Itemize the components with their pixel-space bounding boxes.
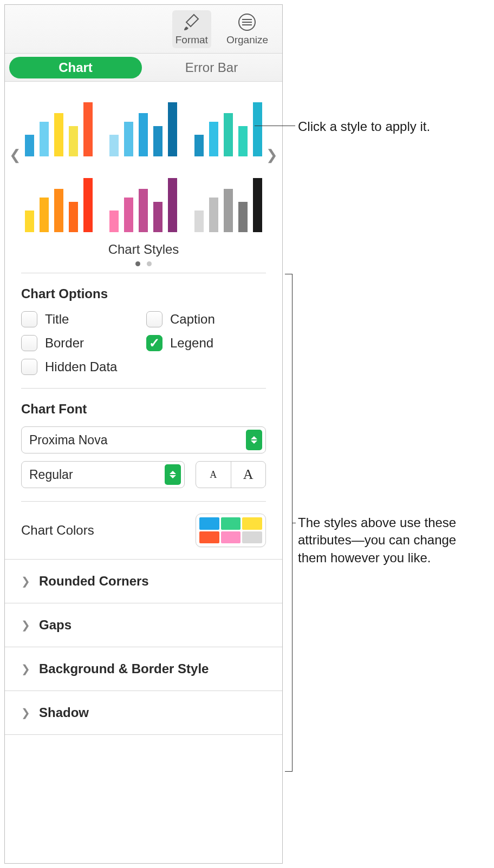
brush-icon: [182, 12, 202, 32]
chart-bar: [238, 126, 248, 156]
select-stepper-icon: [246, 430, 262, 450]
styles-next-arrow[interactable]: ❯: [266, 147, 278, 163]
styles-prev-arrow[interactable]: ❮: [9, 147, 21, 163]
chart-options-heading: Chart Options: [21, 286, 266, 301]
chart-bar: [253, 178, 262, 232]
chevron-right-icon: ❯: [21, 706, 30, 719]
chart-styles-grid: [24, 91, 263, 232]
font-family-value: Proxima Nova: [29, 433, 107, 448]
chart-bar: [69, 202, 78, 232]
chart-styles-label: Chart Styles: [24, 242, 263, 257]
swatch-cell: [242, 531, 262, 544]
font-weight-value: Regular: [29, 468, 73, 482]
chart-colors-section: Chart Colors: [5, 502, 282, 559]
tab-chart[interactable]: Chart: [9, 57, 142, 78]
chevron-right-icon: ❯: [21, 619, 30, 632]
option-hidden-data-label: Hidden Data: [45, 359, 117, 374]
chevron-right-icon: ❯: [21, 662, 30, 675]
font-size-decrease[interactable]: A: [196, 462, 231, 488]
accordion-shadow[interactable]: ❯ Shadow: [5, 691, 282, 735]
swatch-cell: [199, 531, 219, 544]
chart-style-thumb-4[interactable]: [24, 167, 93, 232]
checkbox-legend[interactable]: ✓: [146, 335, 162, 351]
option-legend[interactable]: ✓ Legend: [146, 335, 266, 351]
chart-style-thumb-1[interactable]: [24, 91, 93, 156]
chart-bar: [238, 202, 248, 232]
checkbox-title[interactable]: [21, 311, 37, 327]
swatch-cell: [221, 517, 241, 530]
chart-style-thumb-5[interactable]: [109, 167, 178, 232]
chart-bar: [109, 211, 119, 232]
format-label: Format: [176, 34, 208, 46]
chart-style-thumb-6[interactable]: [194, 167, 263, 232]
page-dots: [24, 261, 263, 266]
checkbox-hidden-data[interactable]: [21, 359, 37, 375]
chart-bar: [153, 126, 162, 156]
option-hidden-data[interactable]: Hidden Data: [21, 359, 141, 375]
select-stepper-icon: [165, 464, 181, 485]
chart-bar: [69, 126, 78, 156]
accordion-rounded-corners[interactable]: ❯ Rounded Corners: [5, 559, 282, 603]
accordion-label: Rounded Corners: [39, 574, 149, 589]
option-border[interactable]: Border: [21, 335, 141, 351]
checkbox-caption[interactable]: [146, 311, 162, 327]
chart-options-section: Chart Options Title Caption Border ✓ Leg…: [5, 273, 282, 388]
chevron-right-icon: ❯: [21, 575, 30, 588]
chart-bar: [139, 113, 148, 156]
chart-bar: [54, 113, 63, 156]
accordion-background-border[interactable]: ❯ Background & Border Style: [5, 647, 282, 691]
chart-font-heading: Chart Font: [21, 402, 266, 417]
font-size-stepper: A A: [196, 461, 266, 488]
option-caption[interactable]: Caption: [146, 311, 266, 327]
organize-label: Organize: [226, 34, 268, 46]
chart-bar: [194, 135, 204, 156]
organize-icon: [237, 12, 257, 32]
chart-bar: [224, 113, 233, 156]
chart-font-section: Chart Font Proxima Nova Regular A A: [5, 389, 282, 501]
option-title[interactable]: Title: [21, 311, 141, 327]
chart-styles-section: ❮ ❯ Chart Styles: [5, 82, 282, 266]
option-border-label: Border: [45, 336, 84, 351]
organize-button[interactable]: Organize: [223, 10, 271, 48]
page-dot-2[interactable]: [147, 261, 152, 266]
chart-bar: [124, 122, 133, 156]
chart-bar: [83, 102, 93, 156]
swatch-cell: [242, 517, 262, 530]
chart-bar: [139, 189, 148, 232]
chart-bar: [54, 189, 63, 232]
chart-bar: [194, 211, 204, 232]
callout-top: Click a style to apply it.: [298, 118, 430, 135]
chart-bar: [40, 198, 49, 232]
chart-bar: [224, 189, 233, 232]
swatch-cell: [199, 517, 219, 530]
font-size-increase[interactable]: A: [231, 462, 266, 488]
option-legend-label: Legend: [170, 336, 213, 351]
chart-style-thumb-3[interactable]: [194, 91, 263, 156]
option-caption-label: Caption: [170, 312, 215, 327]
chart-colors-heading: Chart Colors: [21, 523, 94, 538]
chart-bar: [25, 135, 34, 156]
chart-bar: [109, 135, 119, 156]
chart-bar: [25, 211, 34, 232]
toolbar: Format Organize: [5, 5, 282, 54]
font-weight-select[interactable]: Regular: [21, 461, 185, 488]
format-button[interactable]: Format: [172, 10, 211, 48]
accordion-label: Background & Border Style: [39, 661, 209, 676]
tab-error-bar[interactable]: Error Bar: [145, 57, 278, 78]
chart-colors-swatch[interactable]: [196, 514, 266, 547]
chart-style-thumb-2[interactable]: [109, 91, 178, 156]
chart-bar: [209, 198, 218, 232]
inspector-panel: Format Organize Chart Error Bar ❮ ❯ Char…: [4, 4, 283, 864]
chart-bar: [153, 202, 162, 232]
chart-bar: [40, 122, 49, 156]
font-family-select[interactable]: Proxima Nova: [21, 426, 266, 453]
callout-line: [255, 126, 295, 126]
swatch-cell: [221, 531, 241, 544]
page-dot-1[interactable]: [135, 261, 140, 266]
option-title-label: Title: [45, 312, 69, 327]
chart-bar: [253, 102, 262, 156]
checkbox-border[interactable]: [21, 335, 37, 351]
accordion-gaps[interactable]: ❯ Gaps: [5, 603, 282, 647]
chart-bar: [168, 178, 177, 232]
tab-bar: Chart Error Bar: [5, 54, 282, 82]
